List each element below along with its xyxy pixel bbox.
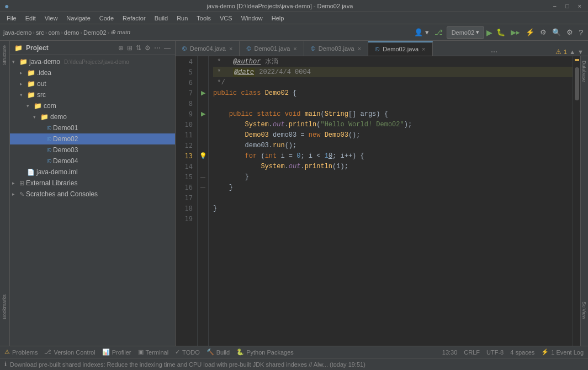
- hint-gutter-13[interactable]: 💡: [198, 151, 208, 161]
- problems-tab[interactable]: ⚠ Problems: [4, 348, 38, 356]
- menu-refactor[interactable]: Refactor: [118, 14, 150, 23]
- warning-marker: [575, 59, 579, 61]
- menu-vcs[interactable]: VCS: [215, 14, 237, 23]
- breadcrumb-item-demo[interactable]: demo: [64, 29, 80, 36]
- menu-tools[interactable]: Tools: [192, 14, 215, 23]
- git-icon[interactable]: ⎇: [433, 28, 444, 36]
- terminal-tab[interactable]: ▣ Terminal: [138, 348, 169, 356]
- close-button[interactable]: ×: [576, 3, 584, 9]
- menu-window[interactable]: Window: [237, 14, 267, 23]
- database-sidebar-btn[interactable]: Database: [581, 56, 588, 87]
- menu-file[interactable]: File: [2, 14, 21, 23]
- bookmarks-sidebar-btn[interactable]: Bookmarks: [0, 290, 9, 324]
- python-packages-tab[interactable]: 🐍 Python Packages: [236, 348, 294, 356]
- breadcrumb-item-com[interactable]: com: [48, 29, 60, 36]
- code-line-10: System.out.println("Hello World! Demo02"…: [213, 119, 573, 130]
- code-content[interactable]: * @author 水滴 * @date 2022/4/4 0004 */ pu…: [209, 56, 573, 346]
- tree-item-src[interactable]: ▾ 📁 src: [10, 89, 175, 100]
- project-folder-icon: 📁: [14, 44, 23, 52]
- menu-run[interactable]: Run: [172, 14, 192, 23]
- tree-item-idea[interactable]: ▸ 📁 .idea: [10, 67, 175, 78]
- breadcrumb-item-class[interactable]: Demo02: [83, 29, 107, 36]
- tree-item-out[interactable]: ▸ 📁 out: [10, 78, 175, 89]
- tab-demo03-close[interactable]: ×: [358, 45, 361, 52]
- profiler-tab[interactable]: 📊 Profiler: [102, 348, 131, 356]
- tree-item-demo02[interactable]: © Demo02: [10, 133, 175, 144]
- menu-navigate[interactable]: Navigate: [62, 14, 94, 23]
- breadcrumb-item-project[interactable]: java-demo: [3, 29, 31, 36]
- version-control-tab[interactable]: ⎇ Version Control: [44, 348, 95, 356]
- tabs-more-button[interactable]: ⋯: [486, 48, 502, 56]
- tab-demo04[interactable]: © Demo04.java ×: [176, 41, 240, 56]
- tree-item-demo01[interactable]: © Demo01: [10, 122, 175, 133]
- settings-button[interactable]: ⚙: [565, 28, 575, 36]
- tab-demo04-close[interactable]: ×: [229, 45, 232, 52]
- todo-tab[interactable]: ✓ TODO: [175, 348, 200, 356]
- scrollbar-thumb[interactable]: [575, 67, 579, 100]
- debug-button[interactable]: 🐛: [495, 28, 507, 36]
- chevron-down-icon[interactable]: ▼: [578, 49, 584, 55]
- encoding-indicator[interactable]: UTF-8: [486, 348, 504, 356]
- fold-16[interactable]: —: [198, 182, 208, 192]
- power-save-button[interactable]: ⚙: [538, 28, 548, 36]
- menu-help[interactable]: Help: [267, 14, 289, 23]
- menu-build[interactable]: Build: [150, 14, 172, 23]
- line-ending-indicator[interactable]: CRLF: [464, 348, 480, 356]
- add-content-icon[interactable]: ⊕: [118, 44, 124, 52]
- position-indicator[interactable]: 13:30: [442, 348, 458, 356]
- indent-indicator[interactable]: 4 spaces: [510, 348, 534, 356]
- tab-demo02-close[interactable]: ×: [422, 46, 425, 52]
- minimize-button[interactable]: −: [550, 3, 558, 9]
- run-gutter-9[interactable]: ▶: [198, 109, 208, 119]
- sciview-sidebar-btn[interactable]: SciView: [581, 297, 588, 324]
- tab-demo03-label: Demo03.java: [319, 45, 354, 52]
- tree-item-scratches[interactable]: ▸ ✎ Scratches and Consoles: [10, 189, 175, 200]
- tab-demo03[interactable]: © Demo03.java ×: [304, 41, 368, 56]
- tree-item-root[interactable]: ▾ 📁 java-demo D:\IdeaProjects\java-demo: [10, 56, 175, 67]
- search-everywhere-button[interactable]: 👤 ▾: [412, 28, 431, 36]
- gear-icon[interactable]: ⚙: [145, 44, 151, 52]
- tree-item-iml[interactable]: 📄 java-demo.iml: [10, 167, 175, 178]
- structure-sidebar-btn[interactable]: Structure: [0, 41, 9, 70]
- tree-item-demo[interactable]: ▾ 📁 demo: [10, 111, 175, 122]
- editor-scrollbar[interactable]: [573, 56, 580, 346]
- chevron-up-icon[interactable]: ▲: [569, 49, 575, 55]
- code-editor[interactable]: 4 5 6 7 8 9 10 11 12 13 14 15 16 17 18 1…: [176, 56, 588, 346]
- coverage-button[interactable]: ▶▸: [509, 28, 522, 36]
- idea-folder-icon: 📁: [27, 69, 35, 77]
- help-icon[interactable]: ?: [577, 28, 585, 37]
- menu-view[interactable]: View: [40, 14, 62, 23]
- tab-demo01-close[interactable]: ×: [293, 45, 296, 52]
- breadcrumb-item-src[interactable]: src: [36, 29, 44, 36]
- menu-code[interactable]: Code: [95, 14, 118, 23]
- tab-demo02-label: Demo02.java: [383, 46, 419, 52]
- breadcrumb-item-method[interactable]: ⊕ main: [110, 29, 130, 36]
- code-line-19: [213, 213, 573, 224]
- minimize-panel-icon[interactable]: —: [164, 44, 171, 52]
- vcs-icon: ⎇: [44, 348, 51, 356]
- maximize-button[interactable]: □: [563, 3, 571, 9]
- panel-header: 📁 Project ⊕ ⊞ ⇅ ⚙ ⋯ —: [10, 41, 175, 55]
- locate-icon[interactable]: ⊞: [127, 44, 133, 52]
- scratches-icon: ✎: [19, 191, 24, 198]
- event-log-tab[interactable]: ⚡ 1 Event Log: [541, 348, 584, 356]
- more-run-options[interactable]: ⚡: [524, 28, 536, 36]
- panel-menu-icon[interactable]: ⋯: [154, 44, 161, 52]
- run-config-dropdown[interactable]: Demo02 ▾: [447, 26, 485, 39]
- fold-15[interactable]: —: [198, 171, 208, 182]
- tree-item-demo04[interactable]: © Demo04: [10, 155, 175, 167]
- build-tab[interactable]: 🔨 Build: [206, 348, 230, 356]
- tree-item-demo03[interactable]: © Demo03: [10, 144, 175, 155]
- tree-item-external-libs[interactable]: ▸ ⊞ External Libraries: [10, 178, 175, 189]
- tab-demo01-label: Demo01.java: [254, 45, 290, 52]
- tree-item-com[interactable]: ▾ 📁 com: [10, 100, 175, 111]
- run-gutter-7[interactable]: ▶: [198, 88, 208, 98]
- expand-icon[interactable]: ⇅: [136, 44, 141, 52]
- tab-demo01[interactable]: © Demo01.java ×: [240, 41, 304, 56]
- tab-demo02[interactable]: © Demo02.java ×: [368, 41, 432, 56]
- tab-demo04-icon: ©: [182, 45, 187, 52]
- root-folder-icon: 📁: [19, 58, 28, 66]
- menu-edit[interactable]: Edit: [21, 14, 40, 23]
- run-button[interactable]: ▶: [486, 28, 492, 37]
- search-button[interactable]: 🔍: [550, 28, 563, 36]
